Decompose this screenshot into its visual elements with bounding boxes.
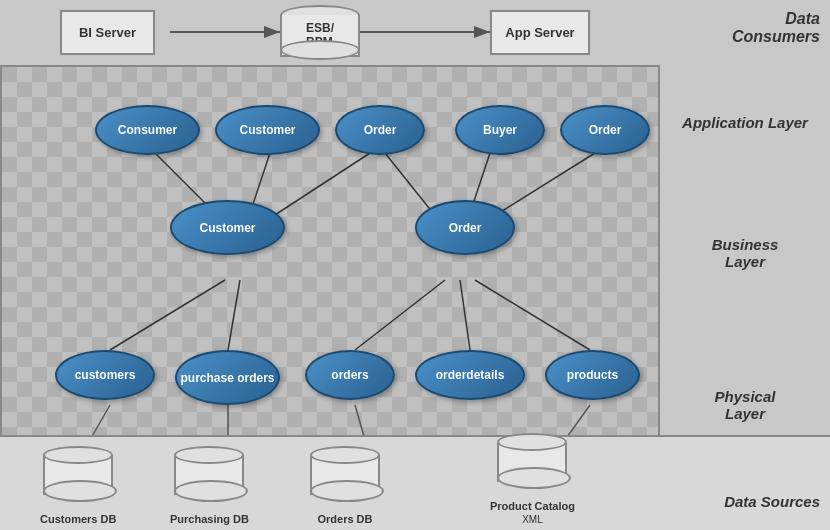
product-catalog-top	[497, 433, 567, 451]
orders-db-container: Orders DB	[310, 446, 380, 525]
order-app-right-label: Order	[589, 123, 622, 137]
customer-app-label: Customer	[239, 123, 295, 137]
application-layer-text: Application Layer	[682, 114, 808, 131]
product-catalog-container: Product Catalog XML	[490, 433, 575, 525]
physical-layer-text: PhysicalLayer	[715, 388, 776, 422]
customers-db-top	[43, 446, 113, 464]
business-layer-text: BusinessLayer	[712, 236, 779, 270]
purchase-orders-label: purchase orders	[180, 371, 274, 385]
orderdetails-node: orderdetails	[415, 350, 525, 400]
purchasing-db-top	[174, 446, 244, 464]
orders-db-top	[310, 446, 380, 464]
order-app-right-node: Order	[560, 105, 650, 155]
purchasing-db-label: Purchasing DB	[170, 513, 249, 525]
customers-db-container: Customers DB	[40, 446, 116, 525]
data-consumers-text: DataConsumers	[732, 10, 820, 45]
customer-app-node: Customer	[215, 105, 320, 155]
data-sources-section: Customers DB Purchasing DB Orders DB Pro…	[0, 435, 830, 530]
order-app-left-label: Order	[364, 123, 397, 137]
consumer-node: Consumer	[95, 105, 200, 155]
products-label: products	[567, 368, 618, 382]
bi-server-label: BI Server	[79, 25, 136, 40]
esb-bottom-ellipse	[280, 40, 360, 60]
buyer-node: Buyer	[455, 105, 545, 155]
app-server-label: App Server	[505, 25, 574, 40]
data-consumers-label: DataConsumers	[732, 10, 820, 46]
bi-server-box: BI Server	[60, 10, 155, 55]
products-node: products	[545, 350, 640, 400]
app-server-box: App Server	[490, 10, 590, 55]
data-sources-label: Data Sources	[724, 493, 820, 510]
orders-db-cylinder	[310, 446, 380, 495]
product-catalog-cylinder	[497, 433, 567, 482]
customers-db-cylinder	[43, 446, 113, 495]
purchase-orders-node: purchase orders	[175, 350, 280, 405]
data-sources-text: Data Sources	[724, 493, 820, 510]
order-biz-label: Order	[449, 221, 482, 235]
orders-node: orders	[305, 350, 395, 400]
customer-biz-node: Customer	[170, 200, 285, 255]
order-biz-node: Order	[415, 200, 515, 255]
consumer-label: Consumer	[118, 123, 177, 137]
esb-bpm-box: ESB/BPM	[280, 5, 360, 60]
business-layer-label: BusinessLayer	[660, 180, 830, 325]
purchasing-db-container: Purchasing DB	[170, 446, 249, 525]
customers-label: customers	[75, 368, 136, 382]
purchasing-db-cylinder	[174, 446, 244, 495]
product-catalog-label: Product Catalog	[490, 500, 575, 512]
application-layer-label: Application Layer	[660, 65, 830, 180]
customers-node: customers	[55, 350, 155, 400]
orderdetails-label: orderdetails	[436, 368, 505, 382]
customer-biz-label: Customer	[199, 221, 255, 235]
buyer-label: Buyer	[483, 123, 517, 137]
orders-label: orders	[331, 368, 368, 382]
layer-labels: Application Layer BusinessLayer Physical…	[660, 65, 830, 485]
orders-db-label: Orders DB	[317, 513, 372, 525]
xml-label: XML	[522, 514, 543, 525]
order-app-left-node: Order	[335, 105, 425, 155]
customers-db-label: Customers DB	[40, 513, 116, 525]
